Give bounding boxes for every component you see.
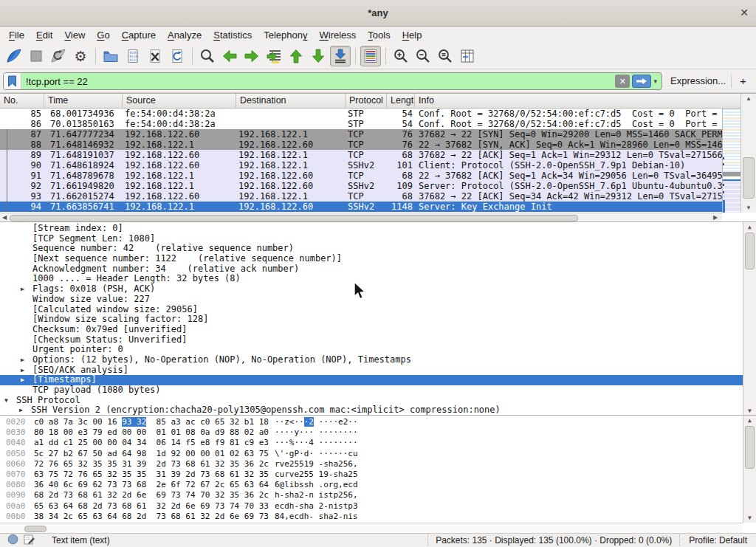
status-profile[interactable]: Profile: Default bbox=[679, 534, 755, 546]
column-header-time[interactable]: Time bbox=[44, 94, 123, 108]
hex-row-00a0[interactable]: 00a065 63 64 68 2d 73 68 61 32 2d 6e 69 … bbox=[0, 501, 743, 512]
packet-list-vscroll-thumb[interactable] bbox=[743, 157, 755, 199]
expander-closed-icon[interactable]: ▶ bbox=[21, 355, 24, 365]
expander-closed-icon[interactable]: ▶ bbox=[21, 365, 24, 376]
packet-row-93[interactable]: 9371.662015274192.168.122.60192.168.122.… bbox=[0, 191, 722, 202]
hscroll-right-arrow-icon[interactable]: ▶ bbox=[713, 214, 718, 221]
detail-line[interactable]: TCP payload (1080 bytes) bbox=[0, 385, 743, 396]
detail-line[interactable]: [Window size scaling factor: 128] bbox=[0, 314, 743, 325]
display-filter-value[interactable]: !tcp.port == 22 bbox=[21, 76, 615, 87]
packet-row-88[interactable]: 8871.648146932192.168.122.1192.168.122.6… bbox=[0, 140, 722, 150]
details-vscroll-up-icon[interactable]: ▲ bbox=[743, 224, 756, 230]
column-header-no[interactable]: No. bbox=[0, 94, 44, 108]
resize-columns-button[interactable] bbox=[457, 46, 478, 66]
colorize-packets-button[interactable] bbox=[360, 46, 381, 66]
menu-edit[interactable]: Edit bbox=[30, 28, 58, 42]
menu-capture[interactable]: Capture bbox=[116, 28, 162, 42]
expander-closed-icon[interactable]: ▶ bbox=[21, 375, 24, 385]
expander-open-icon[interactable]: ▼ bbox=[4, 396, 8, 406]
restart-capture-button[interactable] bbox=[48, 46, 69, 66]
detail-line[interactable]: ▼SSH Protocol bbox=[0, 396, 743, 406]
clear-filter-button[interactable]: ✕ bbox=[615, 75, 630, 88]
hex-row-0080[interactable]: 008036 40 6c 69 62 73 73 68 2e 6f 72 67 … bbox=[0, 480, 743, 490]
detail-line[interactable]: ▶[Timestamps] bbox=[0, 375, 743, 385]
packet-list-vscrollbar[interactable]: ▲ ▼ bbox=[740, 94, 756, 213]
detail-line[interactable]: [Stream index: 0] bbox=[0, 224, 743, 234]
column-header-destination[interactable]: Destination bbox=[236, 94, 346, 108]
hex-row-0040[interactable]: 0040a1 dd c1 25 00 00 04 34 06 14 f5 e8 … bbox=[0, 438, 743, 448]
go-back-button[interactable] bbox=[219, 46, 240, 66]
detail-line[interactable]: [Calculated window size: 29056] bbox=[0, 305, 743, 315]
menu-wireless[interactable]: Wireless bbox=[314, 28, 362, 42]
auto-scroll-button[interactable] bbox=[330, 46, 351, 66]
detail-line[interactable]: ▶SSH Version 2 (encryption:chacha20-poly… bbox=[0, 405, 743, 415]
hscroll-left-arrow-icon[interactable]: ◀ bbox=[2, 214, 7, 221]
zoom-out-button[interactable] bbox=[413, 46, 433, 66]
bytes-hscrollbar[interactable] bbox=[0, 523, 743, 534]
menu-help[interactable]: Help bbox=[396, 28, 428, 42]
expression-button[interactable]: Expression... bbox=[670, 75, 726, 86]
go-first-packet-button[interactable] bbox=[286, 46, 306, 66]
expander-closed-icon[interactable]: ▶ bbox=[19, 405, 23, 415]
capture-comment-icon[interactable] bbox=[24, 534, 35, 547]
detail-line[interactable]: Sequence number: 42 (relative sequence n… bbox=[0, 244, 743, 254]
menu-view[interactable]: View bbox=[58, 28, 91, 42]
hex-row-0070[interactable]: 007063 75 72 76 65 32 35 35 31 39 2d 73 … bbox=[0, 469, 743, 480]
go-to-packet-button[interactable] bbox=[264, 46, 284, 66]
go-forward-button[interactable] bbox=[241, 46, 262, 66]
expert-info-icon[interactable] bbox=[7, 534, 18, 547]
packet-row-92[interactable]: 9271.661949820192.168.122.1192.168.122.6… bbox=[0, 181, 722, 191]
details-vscrollbar[interactable]: ▲ ▼ bbox=[743, 222, 756, 415]
packet-row-94[interactable]: 9471.663856741192.168.122.1192.168.122.6… bbox=[0, 202, 722, 212]
bytes-hscroll-thumb[interactable] bbox=[24, 526, 47, 532]
hex-row-00b0[interactable]: 00b038 34 2c 65 63 64 68 2d 73 68 61 32 … bbox=[0, 512, 743, 522]
find-packet-button[interactable] bbox=[197, 46, 218, 66]
detail-line[interactable]: [Checksum Status: Unverified] bbox=[0, 335, 743, 345]
column-header-source[interactable]: Source bbox=[123, 94, 236, 108]
detail-line[interactable]: ▶Flags: 0x018 (PSH, ACK) bbox=[0, 284, 743, 295]
hex-row-0020[interactable]: 0020c0 a8 7a 3c 00 16 93 32 85 a3 ac c0 … bbox=[0, 417, 743, 427]
menu-go[interactable]: Go bbox=[91, 28, 115, 42]
detail-line[interactable]: [TCP Segment Len: 1080] bbox=[0, 234, 743, 244]
menu-tools[interactable]: Tools bbox=[362, 28, 396, 42]
menu-file[interactable]: File bbox=[3, 28, 30, 42]
zoom-reset-button[interactable] bbox=[435, 46, 456, 66]
details-vscroll-down-icon[interactable]: ▼ bbox=[743, 407, 756, 414]
column-header-info[interactable]: Info bbox=[415, 94, 756, 108]
detail-line[interactable]: ▶[SEQ/ACK analysis] bbox=[0, 365, 743, 376]
expander-closed-icon[interactable]: ▶ bbox=[21, 284, 24, 295]
detail-line[interactable]: Acknowledgment number: 34 (relative ack … bbox=[0, 264, 743, 275]
save-capture-file-button[interactable]: 010101100111 bbox=[123, 46, 143, 66]
hex-row-0060[interactable]: 006072 76 65 32 35 35 31 39 2d 73 68 61 … bbox=[0, 459, 743, 469]
menu-analyze[interactable]: Analyze bbox=[162, 28, 207, 42]
filter-dropdown-caret-icon[interactable]: ▾ bbox=[653, 78, 657, 85]
detail-line[interactable]: Window size value: 227 bbox=[0, 295, 743, 305]
packet-row-89[interactable]: 8971.648191037192.168.122.60192.168.122.… bbox=[0, 150, 722, 160]
detail-line[interactable]: 1000 .... = Header Length: 32 bytes (8) bbox=[0, 274, 743, 284]
bytes-vscroll-thumb[interactable] bbox=[745, 426, 755, 469]
go-last-packet-button[interactable] bbox=[308, 46, 329, 66]
packet-row-87[interactable]: 8771.647777234192.168.122.60192.168.122.… bbox=[0, 129, 722, 140]
zoom-in-button[interactable] bbox=[391, 46, 411, 66]
hex-row-0050[interactable]: 00505c 27 b2 67 50 ad 64 98 1d 92 00 00 … bbox=[0, 449, 743, 459]
menu-telephony[interactable]: Telephony bbox=[258, 28, 313, 42]
add-filter-button[interactable]: + bbox=[740, 75, 746, 87]
column-header-length[interactable]: Length bbox=[387, 94, 415, 108]
filter-bookmark-icon[interactable] bbox=[4, 73, 21, 89]
hscroll-thumb[interactable] bbox=[10, 215, 578, 221]
vscroll-down-arrow-icon[interactable]: ▼ bbox=[741, 204, 756, 211]
packet-row-85[interactable]: 8568.001734936fe:54:00:d4:38:2aSTP54Conf… bbox=[0, 109, 722, 119]
menu-statistics[interactable]: Statistics bbox=[207, 28, 258, 42]
column-header-protocol[interactable]: Protocol bbox=[346, 94, 387, 108]
packet-row-90[interactable]: 9071.648618924192.168.122.60192.168.122.… bbox=[0, 160, 722, 171]
apply-filter-button[interactable] bbox=[632, 75, 651, 88]
reload-capture-file-button[interactable] bbox=[167, 46, 188, 66]
hex-row-0090[interactable]: 009068 2d 73 68 61 32 2d 6e 69 73 74 70 … bbox=[0, 490, 743, 500]
detail-line[interactable]: [Next sequence number: 1122 (relative se… bbox=[0, 254, 743, 264]
window-close-button[interactable]: ✕ bbox=[740, 7, 749, 18]
packet-list-minimap[interactable] bbox=[722, 109, 740, 213]
bytes-vscroll-down-icon[interactable]: ▼ bbox=[743, 515, 756, 521]
start-capture-button[interactable] bbox=[4, 46, 24, 66]
packet-row-91[interactable]: 9171.648789678192.168.122.1192.168.122.6… bbox=[0, 171, 722, 181]
packet-row-86[interactable]: 8670.013850163fe:54:00:d4:38:2aSTP54Conf… bbox=[0, 119, 722, 129]
